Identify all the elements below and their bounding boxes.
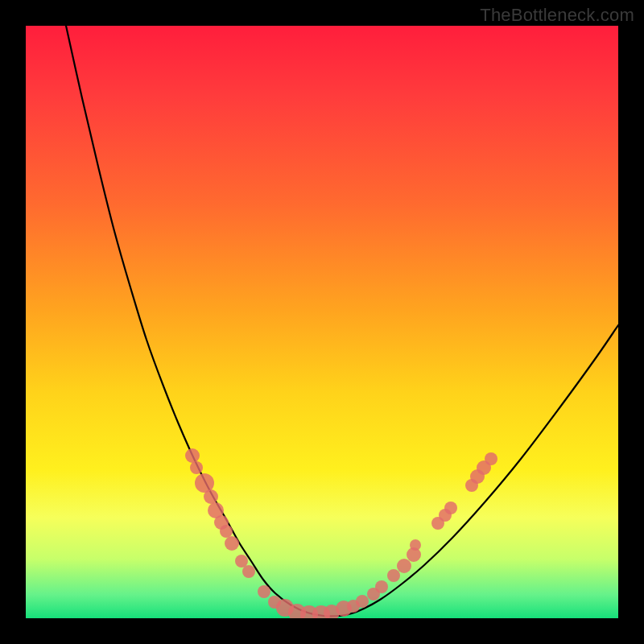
sample-dots-group bbox=[185, 448, 497, 618]
sample-dot bbox=[387, 569, 400, 582]
sample-dot bbox=[235, 555, 248, 568]
sample-dot bbox=[190, 461, 203, 474]
sample-dot bbox=[356, 595, 369, 608]
sample-dot bbox=[410, 539, 421, 551]
chart-frame: TheBottleneck.com bbox=[0, 0, 644, 644]
sample-dot bbox=[375, 580, 388, 593]
sample-dot bbox=[444, 502, 457, 514]
sample-dot bbox=[242, 565, 255, 578]
sample-dot bbox=[204, 489, 218, 504]
sample-dot bbox=[397, 559, 411, 573]
sample-dot bbox=[258, 585, 270, 598]
bottleneck-curve bbox=[66, 26, 618, 616]
chart-overlay bbox=[26, 26, 618, 618]
chart-plot-area bbox=[26, 26, 618, 618]
sample-dot bbox=[485, 452, 497, 465]
attribution-text: TheBottleneck.com bbox=[480, 5, 634, 26]
sample-dot bbox=[185, 448, 200, 463]
sample-dot bbox=[220, 525, 233, 538]
sample-dot bbox=[225, 536, 239, 551]
